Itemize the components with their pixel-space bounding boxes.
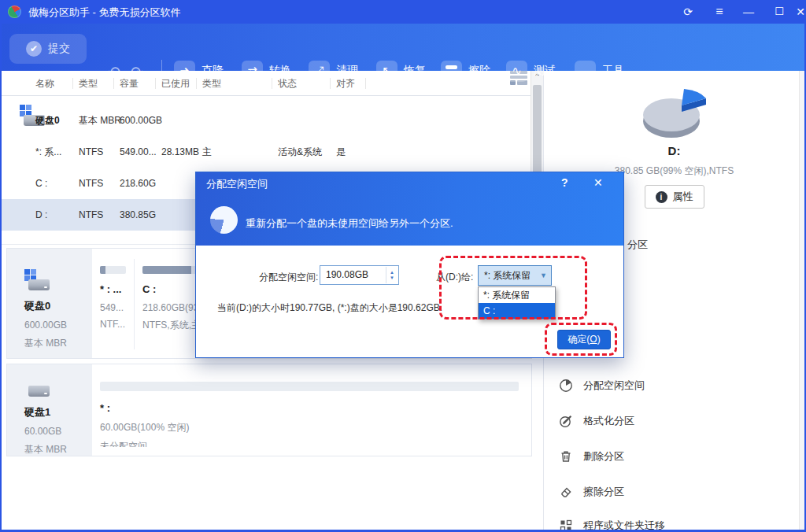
dropdown-option-c[interactable]: C : — [479, 303, 555, 319]
dialog-close-button[interactable]: ✕ — [593, 176, 603, 189]
disk-size: 60.00GB — [24, 426, 92, 437]
allocate-free-space-dialog: 分配空闲空间 ? ✕ 重新分配一个盘的未使用空间给另外一个分区. 分配空闲空间:… — [195, 172, 624, 358]
toolbar-item-label: 工具 — [602, 64, 624, 78]
submit-label: 提交 — [48, 42, 70, 56]
tools-grid-icon — [575, 61, 596, 82]
toolbar-item-label: 恢复 — [404, 64, 426, 78]
maximize-button[interactable]: ☐ — [769, 0, 789, 24]
toolbar-item-recover[interactable]: ↖ 恢复 — [376, 60, 426, 82]
partition-block-unallocated[interactable]: * : 60.00GB(100% 空闲) 未分配空间 — [92, 375, 527, 447]
toolbar-item-tools[interactable]: 工具 — [575, 60, 624, 82]
column-divider — [155, 78, 156, 89]
sidebar-item-delete-partition[interactable]: 删除分区 — [544, 448, 804, 465]
target-partition-select[interactable]: *: 系统保留 ▼ — [478, 265, 552, 286]
eraser-icon — [559, 485, 573, 499]
spin-up-icon[interactable]: ▲ — [390, 270, 394, 275]
minimize-button[interactable]: — — [738, 0, 759, 24]
partition-usage-bar — [100, 266, 126, 274]
sidebar-scrollbar[interactable] — [799, 71, 804, 532]
row-name: C : — [35, 168, 47, 199]
spin-down-icon[interactable]: ▼ — [390, 275, 394, 281]
window-title: 傲梅分区助手 - 免费无损分区软件 — [28, 6, 181, 20]
toolbar-item-convert[interactable]: ⇄ 转换 — [242, 60, 291, 82]
from-to-label: 从(D:)给: — [436, 271, 473, 284]
row-capacity: 218.60G — [120, 168, 156, 199]
disk-type: 基本 MBR — [24, 337, 92, 350]
table-row-system-reserved[interactable]: *: 系... NTFS 549.00... 28.13MB 主 活动&系统 是 — [2, 136, 531, 168]
format-partition-icon — [559, 414, 573, 428]
ok-label: ) — [597, 334, 601, 345]
allocate-size-value: 190.08GB — [326, 269, 368, 280]
spinner-buttons[interactable]: ▲ ▼ — [386, 267, 397, 283]
toolbar-item-erase[interactable]: 擦除 — [441, 60, 490, 82]
disk-icon — [24, 269, 50, 290]
disk1-info[interactable]: 硬盘1 60.00GB 基本 MBR — [7, 364, 92, 456]
partition-name: * : ... — [100, 283, 126, 295]
partition-size: 60.00GB(100% 空闲) — [100, 421, 519, 434]
disk1-card: 硬盘1 60.00GB 基本 MBR * : 60.00GB(100% 空闲) … — [6, 364, 532, 456]
clone-arrow-icon: ➜ — [174, 61, 195, 82]
row-type: NTFS — [79, 136, 103, 168]
toolbar-item-label: 擦除 — [468, 64, 490, 78]
dropdown-option-system-reserved[interactable]: *: 系统保留 — [479, 287, 555, 303]
submit-button[interactable]: ✔ 提交 — [9, 34, 87, 64]
row-type: NTFS — [79, 168, 103, 199]
ok-label: 确定( — [568, 334, 590, 345]
pie-icon — [210, 206, 238, 234]
dialog-info-text: 当前(D:)的大小时190.77GB, (*:)盘的大小是190.62GB. — [217, 301, 442, 315]
dialog-title: 分配空闲空间 — [206, 177, 268, 191]
row-status: 活动&系统 — [278, 136, 322, 168]
sidebar-item-allocate-free-space[interactable]: 分配空闲空间 — [544, 377, 804, 394]
row-fstype: 主 — [202, 136, 212, 168]
partition-name: * : — [100, 402, 519, 414]
menu-icon[interactable]: ≡ — [709, 0, 730, 24]
ok-button[interactable]: 确定(O) — [557, 330, 611, 349]
app-logo-icon — [8, 6, 21, 18]
ok-label-key: O — [590, 334, 597, 345]
toolbar-item-clean[interactable]: ⤢ 清理 — [309, 60, 358, 82]
sidebar-item-partial[interactable]: 分区 — [627, 238, 648, 252]
allocate-size-input[interactable]: 190.08GB ▲ ▼ — [320, 265, 399, 285]
sidebar-item-label: 分配空闲空间 — [583, 379, 645, 393]
waveform-icon: ∿ — [506, 61, 527, 82]
close-button[interactable]: ✕ — [795, 0, 806, 24]
toolbar-item-label: 清理 — [336, 64, 358, 78]
help-button[interactable]: ? — [561, 176, 568, 189]
shredder-icon — [441, 61, 462, 82]
partition-size: 549... — [100, 302, 126, 313]
row-aligned: 是 — [336, 136, 346, 168]
toolbar-item-label: 测试 — [534, 64, 556, 78]
row-capacity: 600.00GB — [120, 105, 162, 136]
sidebar-item-format-partition[interactable]: 格式化分区 — [544, 412, 804, 430]
partition-usage-bar — [100, 382, 519, 391]
disk-name: 硬盘0 — [24, 299, 92, 313]
refresh-icon[interactable]: ⟳ — [678, 0, 698, 24]
redo-button[interactable]: ↷ — [131, 65, 143, 79]
partition-block-system-reserved[interactable]: * : ... 549... NTF... — [92, 259, 135, 349]
sidebar-item-label: 擦除分区 — [583, 485, 624, 499]
convert-arrows-icon: ⇄ — [242, 61, 263, 82]
disk0-info[interactable]: 硬盘0 600.00GB 基本 MBR — [7, 249, 92, 358]
properties-button[interactable]: i 属性 — [645, 185, 704, 209]
titlebar: 傲梅分区助手 - 免费无损分区软件 ⟳ ≡ — ☐ ✕ — [0, 0, 806, 24]
row-name: 硬盘0 — [35, 105, 60, 136]
info-icon: i — [656, 191, 667, 203]
toolbar: ✔ 提交 ↶ ↷ ➜ 克隆 ⇄ 转换 ⤢ 清理 ↖ 恢复 擦除 ∿ 测试 — [0, 24, 806, 71]
allocate-space-label: 分配空闲空间: — [259, 271, 318, 284]
toolbar-item-test[interactable]: ∿ 测试 — [506, 60, 556, 82]
table-row-disk0[interactable]: 硬盘0 基本 MBR 600.00GB — [2, 105, 531, 136]
row-capacity: 549.00... — [120, 136, 157, 168]
partition-fs: NTF... — [100, 319, 126, 330]
toolbar-item-clone[interactable]: ➜ 克隆 — [174, 60, 224, 82]
undo-button[interactable]: ↶ — [108, 65, 120, 79]
column-header-type[interactable]: 类型 — [79, 71, 98, 96]
column-header-name[interactable]: 名称 — [35, 71, 54, 96]
disk-icon — [24, 375, 50, 397]
sidebar-item-wipe-partition[interactable]: 擦除分区 — [544, 483, 804, 501]
clean-arrows-icon: ⤢ — [309, 61, 330, 82]
dialog-header: 分配空闲空间 ? ✕ 重新分配一个盘的未使用空间给另外一个分区. — [196, 172, 623, 246]
disk-name: 硬盘1 — [24, 405, 92, 419]
check-circle-icon: ✔ — [26, 41, 42, 57]
target-partition-dropdown-list: *: 系统保留 C : — [478, 286, 556, 320]
app-window: 傲梅分区助手 - 免费无损分区软件 ⟳ ≡ — ☐ ✕ ✔ 提交 ↶ ↷ ➜ 克… — [0, 0, 806, 532]
